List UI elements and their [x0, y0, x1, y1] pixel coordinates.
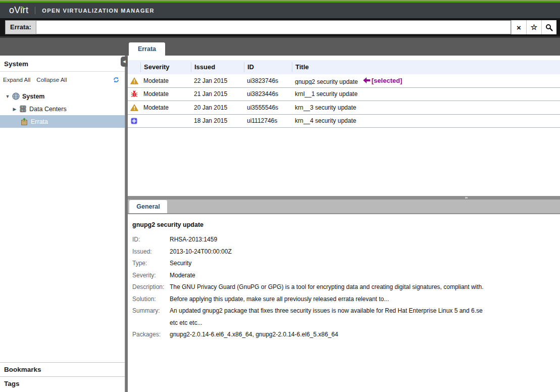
ovirt-window: oVirt OPEN VIRTUALIZATION MANAGER Errata… [0, 0, 560, 392]
errata-table-header: Severity Issued ID Title [128, 60, 560, 74]
collapse-all-link[interactable]: Collapse All [36, 77, 67, 83]
severity-warning-icon [128, 77, 140, 84]
tree-item-label: Data Centers [29, 106, 67, 113]
severity-cell: Modetate [140, 104, 191, 111]
chevron-right-icon[interactable]: ▶ [11, 107, 18, 112]
issued-cell: 18 Jan 2015 [191, 117, 244, 124]
severity-warning-icon [128, 104, 140, 111]
errata-row-krn4[interactable]: 18 Jan 2015 ui1112746s krn__4 security u… [128, 115, 560, 128]
id-cell: ui3555546s [244, 104, 292, 111]
issued-cell: 22 Jan 2015 [191, 77, 244, 84]
issued-cell: 20 Jan 2015 [191, 104, 244, 111]
left-arrow-icon [363, 77, 370, 83]
detail-field-description: Description: The GNU Privacy Guard (GnuP… [132, 281, 555, 293]
chevron-down-icon[interactable]: ▼ [4, 94, 11, 99]
detail-field-severity: Severity: Moderate [132, 270, 555, 282]
collapse-sidebar-button[interactable]: ◀ [121, 57, 128, 67]
ovirt-logo-text: oVirt [9, 5, 28, 15]
errata-table-body: Modetate 22 Jan 2015 ui3823746s gnupg2 s… [128, 74, 560, 128]
search-bar: Errata: × ☆ [0, 18, 560, 36]
errata-row-krnl1[interactable]: Modetate 21 Jan 2015 ui3823446s krnl__1 … [128, 88, 560, 102]
logo-green-dot-icon [22, 7, 24, 9]
title-cell: krnl__1 security update [292, 90, 560, 97]
title-cell: krn__3 security update [292, 104, 560, 111]
bookmark-star-button[interactable]: ☆ [526, 20, 541, 34]
detail-field-solution: Solution: Before applying this update, m… [132, 293, 555, 306]
severity-add-icon [128, 118, 140, 124]
detail-field-summary: Summary: An updated gnupg2 package that … [132, 305, 555, 329]
tab-general[interactable]: General [129, 200, 167, 213]
issued-cell: 21 Jan 2015 [191, 90, 244, 97]
general-detail-pane: gnupg2 security update ID: RHSA-2013:145… [128, 214, 560, 392]
system-tree-panel: System Expand All Collapse All ▼ [0, 56, 125, 392]
errata-main-panel: Severity Issued ID Title Modetate 22 Jan… [128, 56, 560, 392]
column-id[interactable]: ID [244, 62, 292, 72]
refresh-icon [113, 76, 120, 83]
id-cell: ui1112746s [244, 117, 292, 124]
selected-annotation: [selected] [363, 77, 402, 84]
column-severity[interactable]: Severity [140, 62, 191, 72]
column-severity-icon [128, 62, 140, 72]
ovirt-logo: oVirt [9, 5, 28, 16]
tree-item-label: Errata [31, 118, 48, 125]
column-issued[interactable]: Issued [191, 62, 244, 72]
refresh-tree-button[interactable] [113, 76, 120, 83]
detail-tab-strip: General [128, 200, 560, 214]
clear-search-button[interactable]: × [511, 20, 526, 34]
system-tree: ▼ System ▶ [0, 90, 125, 128]
main-tab-strip: Errata [0, 36, 560, 56]
tree-panel-title: System [0, 56, 125, 72]
errata-row-gnupg2[interactable]: Modetate 22 Jan 2015 ui3823746s gnupg2 s… [128, 74, 560, 88]
accordion-tags[interactable]: Tags [0, 376, 125, 392]
id-cell: ui3823746s [244, 77, 292, 84]
column-title[interactable]: Title [292, 62, 560, 72]
detail-field-id: ID: RHSA-2013:1459 [132, 234, 555, 246]
app-header: oVirt OPEN VIRTUALIZATION MANAGER [0, 3, 560, 18]
errata-row-krn3[interactable]: Modetate 20 Jan 2015 ui3555546s krn__3 s… [128, 101, 560, 115]
expand-all-link[interactable]: Expand All [3, 77, 30, 83]
tree-tools: Expand All Collapse All [0, 72, 125, 85]
tree-item-system[interactable]: ▼ System [0, 90, 125, 103]
sidebar-accordions: Bookmarks Tags [0, 362, 125, 392]
search-input[interactable] [36, 20, 511, 34]
tab-errata[interactable]: Errata [129, 42, 165, 56]
magnifier-icon [545, 24, 553, 31]
detail-field-type: Type: Security [132, 258, 555, 270]
search-button[interactable] [541, 20, 556, 34]
horizontal-splitter[interactable] [128, 196, 560, 200]
search-scope-label: Errata: [5, 20, 36, 34]
title-cell: krn__4 security update [292, 117, 560, 124]
accordion-bookmarks[interactable]: Bookmarks [0, 362, 125, 376]
data-centers-icon [19, 105, 27, 113]
product-title: OPEN VIRTUALIZATION MANAGER [42, 8, 155, 14]
package-icon [20, 118, 28, 126]
globe-icon [12, 92, 20, 100]
title-cell: gnupg2 security update[selected] [292, 77, 560, 85]
tree-item-label: System [22, 93, 44, 100]
severity-bug-icon [128, 90, 140, 97]
splitter-grip-icon [465, 197, 468, 199]
header-divider [35, 7, 35, 14]
tree-item-data-centers[interactable]: ▶ Data Centers [0, 103, 125, 115]
detail-title: gnupg2 security update [132, 221, 555, 228]
detail-field-packages: Packages: gnupg2-2.0.14-6.el6_4.x86_64, … [132, 329, 555, 341]
tree-item-errata[interactable]: Errata [0, 115, 125, 128]
detail-field-issued: Issued: 2013-10-24T00:00:00Z [132, 246, 555, 258]
severity-cell: Modetate [140, 77, 191, 84]
severity-cell: Modetate [140, 90, 191, 97]
id-cell: ui3823446s [244, 90, 292, 97]
